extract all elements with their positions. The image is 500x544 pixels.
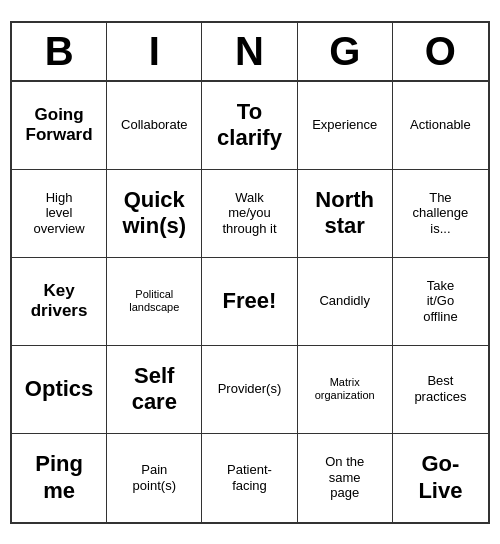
cell-text-10: Key drivers	[31, 281, 88, 322]
cell-text-23: On the same page	[325, 454, 364, 501]
cell-13: Candidly	[298, 258, 393, 346]
cell-18: Matrix organization	[298, 346, 393, 434]
bingo-header: BINGO	[12, 23, 488, 82]
cell-text-9: The challenge is...	[413, 190, 469, 237]
cell-text-2: To clarify	[217, 99, 282, 152]
cell-text-0: Going Forward	[26, 105, 93, 146]
cell-5: High level overview	[12, 170, 107, 258]
bingo-letter: G	[298, 23, 393, 80]
cell-17: Provider(s)	[202, 346, 297, 434]
cell-8: North star	[298, 170, 393, 258]
cell-text-17: Provider(s)	[218, 381, 282, 397]
cell-4: Actionable	[393, 82, 488, 170]
cell-21: Pain point(s)	[107, 434, 202, 522]
cell-text-8: North star	[315, 187, 374, 240]
cell-24: Go- Live	[393, 434, 488, 522]
cell-7: Walk me/you through it	[202, 170, 297, 258]
cell-22: Patient- facing	[202, 434, 297, 522]
cell-15: Optics	[12, 346, 107, 434]
cell-text-20: Ping me	[35, 451, 83, 504]
cell-text-7: Walk me/you through it	[222, 190, 276, 237]
cell-11: Political landscape	[107, 258, 202, 346]
cell-text-6: Quick win(s)	[123, 187, 187, 240]
bingo-letter: I	[107, 23, 202, 80]
cell-14: Take it/Go offline	[393, 258, 488, 346]
cell-text-18: Matrix organization	[315, 376, 375, 402]
cell-9: The challenge is...	[393, 170, 488, 258]
cell-text-13: Candidly	[319, 293, 370, 309]
cell-23: On the same page	[298, 434, 393, 522]
cell-19: Best practices	[393, 346, 488, 434]
bingo-card: BINGO Going ForwardCollaborateTo clarify…	[10, 21, 490, 524]
cell-16: Self care	[107, 346, 202, 434]
bingo-letter: B	[12, 23, 107, 80]
cell-2: To clarify	[202, 82, 297, 170]
cell-3: Experience	[298, 82, 393, 170]
cell-text-11: Political landscape	[129, 288, 179, 314]
bingo-letter: N	[202, 23, 297, 80]
cell-text-16: Self care	[132, 363, 177, 416]
cell-20: Ping me	[12, 434, 107, 522]
cell-text-24: Go- Live	[418, 451, 462, 504]
cell-text-21: Pain point(s)	[133, 462, 176, 493]
cell-text-14: Take it/Go offline	[423, 278, 457, 325]
cell-text-4: Actionable	[410, 117, 471, 133]
bingo-grid: Going ForwardCollaborateTo clarifyExperi…	[12, 82, 488, 522]
cell-text-1: Collaborate	[121, 117, 188, 133]
cell-0: Going Forward	[12, 82, 107, 170]
cell-12: Free!	[202, 258, 297, 346]
bingo-letter: O	[393, 23, 488, 80]
cell-text-19: Best practices	[414, 373, 466, 404]
cell-text-3: Experience	[312, 117, 377, 133]
cell-text-12: Free!	[223, 288, 277, 314]
cell-1: Collaborate	[107, 82, 202, 170]
cell-text-15: Optics	[25, 376, 93, 402]
cell-text-5: High level overview	[33, 190, 84, 237]
cell-10: Key drivers	[12, 258, 107, 346]
cell-6: Quick win(s)	[107, 170, 202, 258]
cell-text-22: Patient- facing	[227, 462, 272, 493]
